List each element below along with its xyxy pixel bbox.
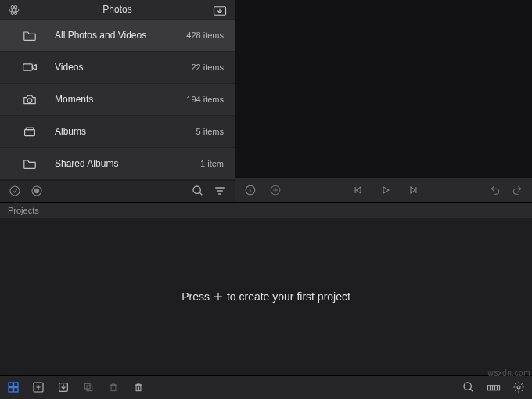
sidebar-item-label: Videos [55,62,191,73]
info-icon[interactable] [243,183,257,197]
next-icon[interactable] [407,183,421,197]
play-icon[interactable] [379,183,393,197]
timeline-area[interactable]: Press to create your first project [0,218,532,375]
watermark: wsxdn.com [487,368,530,377]
preview-pane [235,0,532,202]
svg-rect-23 [111,385,116,391]
prev-icon[interactable] [350,183,365,197]
duplicate-icon[interactable] [81,380,95,394]
svg-rect-21 [84,383,90,389]
svg-rect-8 [26,128,34,129]
svg-rect-26 [488,386,500,390]
search-timeline-icon[interactable] [462,380,476,394]
svg-point-6 [27,98,32,102]
svg-rect-16 [14,383,18,386]
sidebar-item-label: Albums [55,126,196,137]
svg-point-27 [517,386,520,389]
empty-project-hint: Press to create your first project [182,290,350,303]
new-project-icon[interactable] [31,380,45,394]
preview-canvas [235,0,532,178]
hint-text-post: to create your first project [227,290,350,303]
filter-icon[interactable] [213,184,227,198]
svg-rect-22 [87,386,92,391]
svg-rect-5 [23,64,33,70]
sidebar-item-shared-albums[interactable]: Shared Albums 1 item [0,148,235,180]
stack-icon [19,125,41,138]
sidebar-header: Photos [0,0,235,20]
add-clip-icon[interactable] [268,183,282,197]
svg-point-12 [193,186,200,193]
record-icon[interactable] [30,184,44,198]
sidebar-item-moments[interactable]: Moments 194 items [0,84,235,116]
svg-rect-24 [136,385,141,391]
media-browser-icon[interactable] [6,380,20,394]
delete-icon[interactable] [131,380,146,394]
sidebar-item-count: 194 items [186,95,224,104]
settings-icon[interactable] [512,380,526,394]
sidebar-footer [0,180,235,202]
bottom-toolbar [0,375,532,399]
select-all-icon[interactable] [8,184,22,198]
sidebar-item-count: 1 item [200,159,224,168]
sidebar-title: Photos [102,4,131,15]
media-source-list: All Photos and Videos 428 items Videos 2… [0,20,235,180]
svg-point-11 [34,189,38,193]
projects-label: Projects [8,206,39,215]
photos-app-icon [8,4,20,16]
import-media-icon[interactable] [56,380,70,394]
svg-rect-18 [14,388,18,392]
sidebar-item-albums[interactable]: Albums 5 items [0,116,235,148]
preview-controls [235,178,532,202]
import-icon[interactable] [213,4,227,18]
sidebar-item-videos[interactable]: Videos 22 items [0,52,235,84]
search-icon[interactable] [191,184,205,198]
sidebar-item-all-photos[interactable]: All Photos and Videos 428 items [0,20,235,52]
svg-point-9 [10,186,20,196]
svg-rect-7 [25,129,35,135]
redo-icon[interactable] [510,183,524,197]
camera-icon [19,93,41,106]
svg-rect-15 [9,383,13,386]
trash-icon[interactable] [106,380,120,394]
sidebar-item-label: Shared Albums [55,158,200,169]
sidebar-item-label: Moments [55,94,186,105]
svg-point-25 [464,383,471,390]
hint-text-pre: Press [182,290,210,303]
folder-icon [19,29,41,41]
plus-icon [213,291,224,302]
sidebar-item-count: 22 items [191,63,224,72]
sidebar-item-count: 5 items [196,127,224,136]
svg-rect-17 [9,388,13,392]
folder-icon [19,157,41,170]
sidebar-item-label: All Photos and Videos [55,30,186,41]
sidebar-item-count: 428 items [186,31,224,40]
projects-header: Projects [0,202,532,218]
undo-icon[interactable] [488,183,502,197]
video-icon [19,61,41,74]
media-sidebar: Photos All Photos and Videos 428 items [0,0,235,202]
display-options-icon[interactable] [487,380,501,394]
